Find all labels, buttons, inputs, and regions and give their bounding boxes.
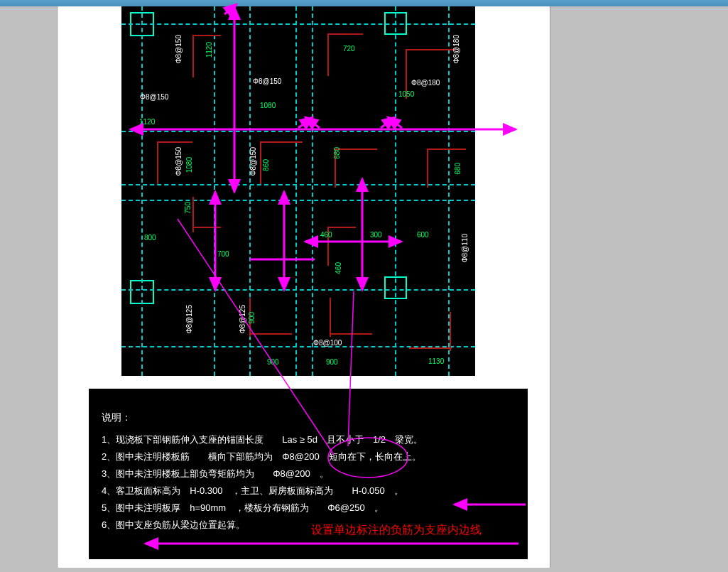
gridline [121,200,475,201]
note-line-5: 5、图中未注明板厚 h=90mm ，楼板分布钢筋为 Φ6@250 。 [102,500,515,517]
rebar [450,312,451,351]
dim-label: 600 [417,231,429,239]
rebar-label: Φ8@150 [253,77,281,85]
dim-label: 680 [454,163,462,175]
gridline [214,6,215,376]
rebar-label: Φ8@150 [175,147,183,176]
rebar-label: Φ8@110 [461,234,469,262]
rebar-label: Φ8@100 [313,339,342,347]
note-line-1: 1、现浇板下部钢筋伸入支座的锚固长度 Las ≥ 5d 且不小于 1/2 梁宽。 [102,431,515,448]
dim-label: 700 [217,250,229,258]
gridline [295,6,297,376]
rebar-label: Φ8@125 [239,305,246,333]
dim-label: 720 [343,45,355,53]
dim-label: 900 [267,358,279,366]
note-line-2: 2、图中未注明楼板筋 横向下部筋均为 Φ8@200 短向在下，长向在上。 [102,448,515,465]
gridline [395,6,396,376]
dim-label: 460 [335,262,342,274]
gridline [121,289,475,291]
dim-label: 750 [184,202,192,214]
dim-label: 860 [262,159,270,171]
dim-label: 800 [144,234,156,242]
note-line-4: 4、客卫板面标高为 H-0.300 ，主卫、厨房板面标高为 H-0.050 。 [102,482,515,500]
dim-label: 1080 [260,102,276,109]
rebar-label: Φ8@150 [175,35,183,63]
rebar [427,149,466,150]
rebar [157,141,158,184]
rebar [192,35,194,77]
rebar-label: Φ8@125 [185,305,193,333]
rebar [249,333,292,335]
dim-label: 1120 [139,118,155,126]
dim-label: 1050 [398,90,414,98]
rebar-label: Φ8@180 [411,79,440,87]
rebar [192,227,221,228]
rebar [327,33,329,76]
rebar [409,347,452,349]
rebar-label: Φ8@150 [249,147,257,176]
dim-label: 900 [326,358,338,366]
rebar [406,49,455,50]
rebar [335,149,377,150]
rebar [327,33,363,35]
rebar [330,333,372,335]
dim-label: 1080 [185,157,193,173]
app-titlebar [0,0,728,6]
dim-label: 1120 [205,42,213,58]
dim-label: 460 [320,231,332,239]
rebar [192,35,221,36]
rebar-label: Φ8@150 [140,93,168,101]
dim-label: 1130 [428,357,444,365]
gridline [141,6,143,376]
dim-label: 680 [333,147,341,159]
rebar [192,197,194,232]
document-page: Φ8@150 Φ8@150 Φ8@150 Φ8@180 Φ8@180 Φ8@15… [57,6,550,568]
rebar-label: Φ8@180 [452,35,460,63]
gridline [312,6,313,376]
notes-title: 说明： [102,409,515,426]
rebar [427,149,428,188]
rebar [157,141,192,143]
note-line-3: 3、图中未注明楼板上部负弯矩筋均为 Φ8@200 。 [102,465,515,482]
annotation-text: 设置单边标注的负筋为支座内边线 [311,523,482,538]
dim-label: 900 [248,312,256,324]
gridline [121,131,475,132]
gridline [121,23,475,25]
cad-drawing: Φ8@150 Φ8@150 Φ8@150 Φ8@180 Φ8@180 Φ8@15… [121,6,475,376]
gridline [121,184,475,185]
dim-label: 300 [370,231,382,239]
rebar [330,298,331,337]
rebar [260,141,303,143]
rebar [260,141,261,184]
rebar [327,227,356,228]
